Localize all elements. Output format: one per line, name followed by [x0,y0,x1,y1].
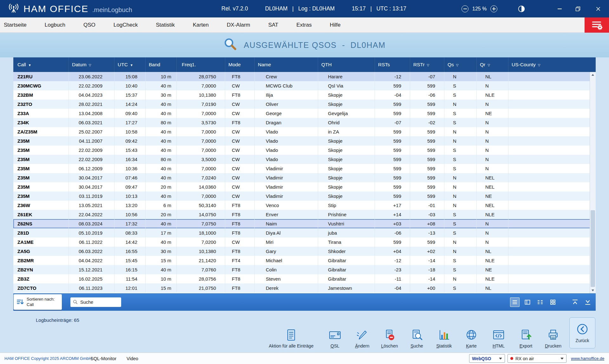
menu-item-statistik[interactable]: Statistik [156,22,175,28]
maximize-button[interactable] [570,0,586,17]
table-row[interactable]: Z81D 05.10.2019 08:33 17 m 18,1000 FT8 D… [13,228,596,237]
column-header-datum[interactable]: Datum▽ [69,57,115,72]
menu-item-startseite[interactable]: Startseite [4,22,27,28]
cell-band: 15 m [146,256,177,265]
cell-band: 80 m [146,118,177,127]
zoom-level: 125 % [472,6,487,12]
cell-qr: NEL [477,182,508,192]
table-row[interactable]: Z34K 06.03.2021 17:27 80 m 3,5730 FT8 Dr… [13,118,596,127]
cell-rsts: 599 [375,100,410,109]
zoom-out-button[interactable] [462,5,468,12]
cell-name: Vladimir [255,164,318,173]
table-row[interactable]: Z35M 06.12.2009 10:36 40 m 7,0000 CW Vla… [13,164,596,173]
table-row[interactable]: ZA1ME 06.11.2022 14:42 40 m 7,0200 CW Mi… [13,237,596,247]
table-row[interactable]: Z30MCWG 22.02.2009 10:40 40 m 7,0000 CW … [13,81,596,90]
table-row[interactable]: ZD7CTO 06.11.2023 12:01 15 m 21,0750 FT8… [13,283,596,293]
cell-utc: 15:43 [115,146,146,155]
toolbar-button-export[interactable]: Export [512,329,540,348]
table-row[interactable]: Z35M 04.11.2007 09:42 40 m 7,0000 CW Vla… [13,136,596,146]
menu-item-sat[interactable]: SAT [268,22,278,28]
view-grid-button[interactable] [548,297,558,307]
view-sidebar-button[interactable] [523,297,532,307]
menu-item-qso[interactable]: QSO [83,22,95,28]
website-link[interactable]: www.hamoffice.de [571,356,604,361]
toolbar-button-drucken[interactable]: Drucken [540,329,567,348]
table-row[interactable]: Z61EK 22.04.2022 10:56 20 m 14,0750 FT8 … [13,210,596,219]
cell-utc: 10:40 [115,81,146,90]
cell-datum: 28.02.2021 [69,100,115,109]
table-row[interactable]: Z36W 13.05.2021 13:20 6 m 50,3140 FT8 Ve… [13,201,596,210]
menu-item-hilfe[interactable]: Hilfe [330,22,341,28]
column-header-rstr[interactable]: RSTr▽ [410,57,444,72]
menu-item-logcheck[interactable]: LogCheck [114,22,138,28]
scroll-up-button[interactable] [590,72,596,78]
table-row[interactable]: ZA5G 06.03.2022 16:55 30 m 10,1380 FT8 G… [13,247,596,256]
column-header-qr[interactable]: Qr▽ [477,57,508,72]
column-header-name[interactable]: Name [255,57,318,72]
table-row[interactable]: ZB2MR 04.04.2022 15:45 15 m 21,1420 FT4 … [13,256,596,265]
rx-on-air-dropdown[interactable]: RX on air [508,354,566,363]
toolbar-button-suche[interactable]: Suche [403,329,430,348]
column-header-utc[interactable]: UTC▼ [115,57,146,72]
table-row[interactable]: ZA/Z35M 25.02.2007 10:58 40 m 7,0000 CW … [13,127,596,136]
toolbar-button-karte[interactable]: Karte [458,329,485,348]
sql-monitor-item[interactable]: SQL-Monitor [90,356,116,361]
cell-name: Enver [255,210,318,219]
scrollbar-thumb[interactable] [591,210,595,287]
cell-qs: S [444,219,477,228]
cell-datum: 04.11.2007 [69,136,115,146]
table-row[interactable]: Z33A 13.04.2008 09:40 40 m 7,0000 CW Geo… [13,109,596,118]
webqso-dropdown[interactable]: WebQSO [469,354,505,363]
cell-call: Z35M [13,164,69,173]
column-header-mode[interactable]: Mode [225,57,255,72]
theme-contrast-toggle[interactable] [518,5,525,14]
table-row[interactable]: Z35M 03.11.2019 10:13 40 m 7,0000 CW Vla… [13,192,596,201]
minimize-button[interactable] [551,0,568,17]
scroll-to-top-button[interactable] [570,297,580,307]
toolbar-button-loeschen[interactable]: Löschen [376,329,403,348]
cell-qth: Qsl Via [318,81,375,90]
column-header-qs[interactable]: Qs▽ [444,57,477,72]
menu-item-extras[interactable]: Extras [297,22,312,28]
menu-item-logbuch[interactable]: Logbuch [45,22,65,28]
toolbar-button-statistik[interactable]: Statistik [430,329,458,348]
table-row[interactable]: Z35M 22.02.2009 15:43 40 m 7,0000 CW Vla… [13,146,596,155]
column-header-band[interactable]: Band [146,57,177,72]
close-button[interactable] [589,0,608,17]
video-item[interactable]: Video [127,356,138,361]
table-row[interactable]: Z21RU 23.06.2022 15:08 10 m 28,0750 FT8 … [13,72,596,81]
menu-item-karten[interactable]: Karten [193,22,209,28]
table-row[interactable]: Z62NS 08.03.2024 17:32 40 m 7,0750 FT8 N… [13,219,596,228]
toolbar-button-aktion-alle[interactable]: Aktion für alle Einträge [261,329,321,348]
cell-rstr: 599 [410,146,444,155]
column-header-freq[interactable]: Freq1. [177,57,225,72]
sort-desc-icon: ▼ [28,63,31,67]
cell-qs: S [444,81,477,90]
sort-by-box[interactable]: Sortieren nach:Call [14,294,62,310]
scroll-to-bottom-button[interactable] [583,297,593,307]
table-row[interactable]: Z35M 22.02.2009 16:34 80 m 3,5000 CW Vla… [13,155,596,164]
table-row[interactable]: Z35M 30.04.2017 09:47 20 m 14,0360 CW Vl… [13,182,596,192]
toolbar-button-aendern[interactable]: Ändern [349,329,376,348]
table-row[interactable]: Z32TO 28.02.2021 14:24 40 m 7,0190 CW Ol… [13,100,596,109]
column-header-qth[interactable]: QTH [318,57,375,72]
column-header-rsts[interactable]: RSTs [375,57,410,72]
column-header-us-county[interactable]: US-County▽ [508,57,596,72]
cell-rsts: 599 [375,81,410,90]
toolbar-button-zurueck[interactable]: Zurück [569,317,595,348]
column-header-call[interactable]: Call▼ [13,57,69,72]
quick-settings-button[interactable] [585,17,609,33]
table-row[interactable]: ZB2YN 15.12.2021 16:15 40 m 7,0760 FT8 C… [13,265,596,274]
menu-item-dx-alarm[interactable]: DX-Alarm [227,22,250,28]
table-row[interactable]: ZB3Z 16.02.2025 11:54 10 m 28,0756 FT8 S… [13,274,596,283]
scroll-down-button[interactable] [590,288,596,293]
vertical-scrollbar[interactable] [590,72,596,293]
search-input[interactable] [80,299,116,305]
zoom-in-button[interactable] [490,5,497,12]
toolbar-button-html[interactable]: HTML [485,329,512,348]
view-columns-button[interactable] [535,297,545,307]
toolbar-button-qsl[interactable]: QSL [321,329,349,348]
table-row[interactable]: Z32BM 04.04.2023 15:37 30 m 10,1380 FT8 … [13,90,596,100]
table-row[interactable]: Z35M 30.04.2017 07:46 40 m 7,0240 CW Vla… [13,173,596,182]
view-list-button[interactable] [510,297,520,307]
